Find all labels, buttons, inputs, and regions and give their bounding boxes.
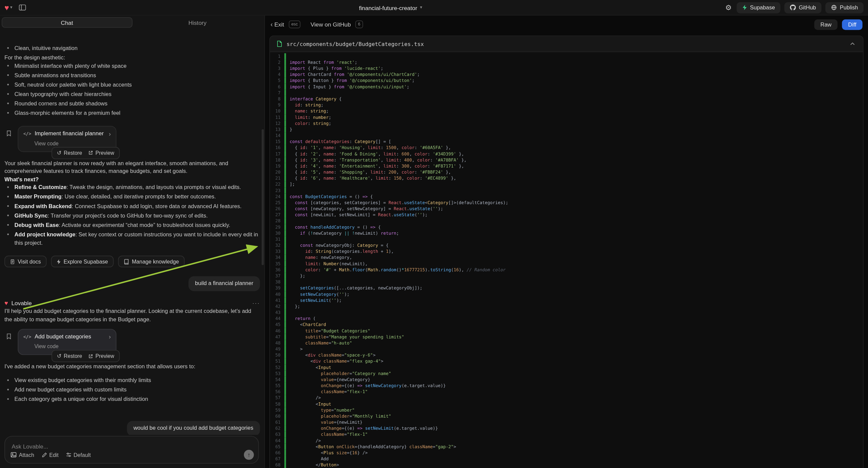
restore-button[interactable]: ↺ Restore (57, 352, 82, 360)
chat-mode-selector[interactable]: Default (66, 452, 91, 458)
assistant-name: Lovable (11, 299, 32, 307)
edit-button[interactable]: Edit (41, 452, 59, 458)
list-item: View existing budget categories with the… (14, 376, 260, 384)
publish-button[interactable]: Publish (826, 2, 864, 13)
view-on-github-link[interactable]: View on GitHub (310, 21, 351, 28)
code-line: 43 (270, 310, 863, 316)
code-line: 55 onChange={(e) => setNewCategory(e.tar… (270, 383, 863, 389)
version-card-row: </> Add budget categories › View code ↺ … (18, 329, 117, 355)
raw-toggle-button[interactable]: Raw (814, 19, 837, 30)
code-toolbar: ‹ Exit esc View on GitHub 6 Raw Diff (265, 16, 868, 33)
code-line: 57 /> (270, 395, 863, 401)
code-line: 36 color: '#' + Math.floor(Math.random()… (270, 267, 863, 273)
code-line: 51 <div className="flex gap-4"> (270, 358, 863, 364)
code-line: 64 /> (270, 437, 863, 443)
assistant-summary: Your sleek financial planner is now read… (4, 159, 260, 176)
version-actions-toolbar: ↺ Restore Preview (51, 147, 120, 159)
image-icon (10, 452, 17, 458)
code-line: 40 setNewCategory(''); (270, 291, 863, 297)
tab-chat[interactable]: Chat (2, 17, 132, 28)
github-button[interactable]: GitHub (784, 2, 822, 13)
bookmark-icon[interactable] (6, 333, 12, 340)
chat-input[interactable] (12, 443, 252, 450)
chat-panel: Chat History Clean, intuitive navigation… (0, 16, 265, 468)
chevron-left-icon: ‹ (271, 21, 273, 28)
file-header: src/components/budget/BudgetCategories.t… (270, 36, 863, 52)
lovable-logo-menu[interactable]: ♥ ▾ (4, 4, 12, 11)
view-code-link[interactable]: View code (34, 140, 111, 147)
preview-button[interactable]: Preview (88, 149, 114, 157)
lovable-heart-icon: ♥ (4, 4, 9, 11)
code-icon: </> (23, 334, 31, 341)
added-bullets: View existing budget categories with the… (4, 376, 260, 403)
list-item: Subtle animations and transitions (14, 71, 260, 79)
list-item: Refine & Customize: Tweak the design, an… (14, 184, 260, 192)
top-bar: ♥ ▾ financial-future-creator ▾ ⚙ Supabas… (0, 0, 868, 16)
code-line: 45 <ChartCard (270, 322, 863, 328)
code-line: 31 (270, 236, 863, 242)
code-line: 21 { id: '6', name: 'Healthcare', limit:… (270, 175, 863, 181)
chat-scrollbar[interactable] (262, 129, 264, 265)
tab-history[interactable]: History (132, 17, 263, 28)
composer-actions: Attach Edit Default ↑ (10, 450, 254, 460)
chevron-right-icon: › (109, 131, 111, 137)
manage-knowledge-button[interactable]: Manage knowledge (118, 256, 185, 268)
bookmark-icon[interactable] (6, 130, 12, 137)
list-item: Minimalist interface with plenty of whit… (14, 62, 260, 70)
list-item: Clean typography with clear hierarchies (14, 90, 260, 98)
chevron-up-icon (850, 41, 856, 46)
chevron-down-icon: ▾ (10, 5, 12, 10)
code-line: 66 <Plus size={16} /> (270, 450, 863, 456)
code-line: 60 placeholder="Monthly limit" (270, 413, 863, 419)
user-message: would be cool if you could add budget ca… (4, 421, 260, 435)
code-line: 49 > (270, 346, 863, 352)
visit-docs-button[interactable]: Visit docs (4, 256, 46, 268)
list-item: Each category gets a unique color for vi… (14, 395, 260, 403)
preview-button[interactable]: Preview (88, 352, 114, 360)
code-line: 7 (270, 90, 863, 96)
version-card-row: </> Implement financial planner › View c… (18, 126, 117, 152)
list-item: Add project knowledge: Set key context o… (14, 231, 260, 247)
code-line: 68 </Button> (270, 462, 863, 468)
explore-supabase-button[interactable]: Explore Supabase (51, 256, 114, 268)
code-editor: 12import React from 'react';3import { Pl… (270, 52, 863, 468)
code-line: 3import { Plus } from 'lucide-react'; (270, 65, 863, 71)
exit-button[interactable]: ‹ Exit (271, 21, 284, 28)
code-line: 4import ChartCard from '@/components/ui/… (270, 71, 863, 78)
code-line: 52 <Input (270, 364, 863, 370)
settings-button[interactable]: ⚙ (724, 2, 733, 13)
code-line: 59 type="number" (270, 407, 863, 413)
esc-shortcut-badge: esc (288, 21, 301, 28)
list-item: Rounded corners and subtle shadows (14, 100, 260, 108)
code-line: 54 value={newCategory} (270, 377, 863, 383)
view-code-link[interactable]: View code (34, 343, 111, 351)
code-line: 1 (270, 53, 863, 59)
globe-icon (831, 4, 837, 10)
supabase-bolt-icon (742, 4, 747, 10)
code-line: 29 const handleAddCategory = () => { (270, 224, 863, 230)
supabase-button[interactable]: Supabase (737, 2, 781, 13)
attach-button[interactable]: Attach (10, 452, 34, 458)
file-added-icon (276, 40, 282, 47)
message-options-button[interactable]: ··· (252, 299, 260, 308)
restore-icon: ↺ (57, 150, 61, 156)
chat-tabs: Chat History (2, 17, 263, 28)
sidebar-icon (19, 4, 26, 10)
code-line: 37 }; (270, 273, 863, 279)
code-line: 28 (270, 218, 863, 224)
collapse-file-button[interactable] (848, 40, 856, 47)
code-line: 9 id: string; (270, 102, 863, 108)
restore-button[interactable]: ↺ Restore (57, 149, 82, 157)
design-bullets: Minimalist interface with plenty of whit… (4, 62, 260, 117)
lovable-heart-icon: ♥ (4, 300, 8, 306)
diff-toggle-button[interactable]: Diff (842, 19, 863, 30)
code-line: 12 color: string; (270, 120, 863, 126)
code-line: 22]; (270, 181, 863, 187)
document-icon (10, 259, 15, 265)
send-button[interactable]: ↑ (244, 450, 254, 460)
code-line: 25 const [categories, setCategories] = R… (270, 200, 863, 206)
code-line: 17 { id: '2', name: 'Food & Dining', lim… (270, 151, 863, 157)
toggle-sidebar-button[interactable] (18, 3, 27, 12)
project-switcher[interactable]: financial-future-creator ▾ (359, 4, 422, 11)
code-line: 8interface Category { (270, 96, 863, 102)
